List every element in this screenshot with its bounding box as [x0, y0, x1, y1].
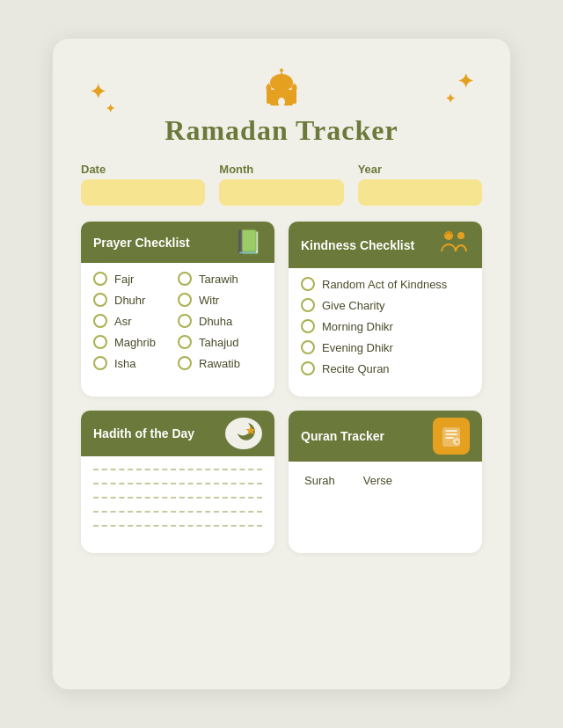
date-label: Date: [81, 163, 205, 176]
list-item: Evening Dhikr: [301, 340, 470, 354]
checkbox-witr[interactable]: [178, 293, 192, 307]
dhuha-label: Dhuha: [199, 315, 232, 328]
kindness-checklist-header: Kindness Checklist: [289, 222, 482, 268]
tahajud-label: Tahajud: [199, 336, 239, 349]
date-input[interactable]: [81, 179, 205, 206]
svg-point-3: [278, 98, 285, 106]
quran-book-icon: ✦: [433, 418, 470, 455]
hadith-line-3: [93, 497, 262, 499]
prayer-col-1: Fajr Dhuhr Asr Maghrib: [93, 272, 178, 377]
year-input[interactable]: [358, 179, 482, 206]
list-item: Morning Dhikr: [301, 319, 470, 333]
quran-sub-labels: Surah Verse: [289, 462, 482, 487]
checkbox-tahajud[interactable]: [178, 335, 192, 349]
rawatib-label: Rawatib: [199, 357, 240, 370]
kindness-checklist-card: Kindness Checklist Random Act of Kindn: [289, 222, 482, 397]
checklist-row: Prayer Checklist 📗 Fajr Dhuhr: [81, 222, 482, 397]
hadith-card: Hadith of the Day: [81, 411, 274, 553]
witr-label: Witr: [199, 294, 219, 307]
svg-point-13: [457, 232, 464, 239]
checkbox-dhuhr[interactable]: [93, 293, 107, 307]
prayer-book-icon: 📗: [234, 229, 262, 256]
hadith-line-4: [93, 511, 262, 513]
sparkle-icon-tr: ✦: [457, 70, 473, 93]
year-label: Year: [358, 163, 482, 176]
isha-label: Isha: [114, 357, 136, 370]
maghrib-label: Maghrib: [114, 336, 156, 349]
kindness-people-icon: [440, 229, 470, 261]
hadith-title: Hadith of the Day: [93, 426, 194, 440]
list-item: Rawatib: [178, 356, 262, 370]
verse-label: Verse: [363, 474, 392, 487]
quran-tracker-card: Quran Tracker ✦ Surah Verse: [289, 411, 482, 553]
evening-dhikr-label: Evening Dhikr: [322, 341, 393, 354]
page-title: Ramadan Tracker: [165, 114, 398, 147]
year-field: Year: [358, 163, 482, 206]
prayer-checklist-header: Prayer Checklist 📗: [81, 222, 274, 263]
checkbox-tarawih[interactable]: [178, 272, 192, 286]
checkbox-dhuha[interactable]: [178, 314, 192, 328]
sparkle-icon-tl2: ✦: [106, 102, 115, 115]
svg-point-11: [280, 69, 283, 72]
hadith-line-1: [93, 469, 262, 470]
month-label: Month: [219, 163, 343, 176]
hadith-line-5: [93, 525, 262, 527]
quran-tracker-header: Quran Tracker ✦: [289, 411, 482, 462]
list-item: Tahajud: [178, 335, 262, 349]
hadith-header: Hadith of the Day: [81, 411, 274, 456]
fajr-label: Fajr: [114, 273, 134, 286]
recite-quran-label: Recite Quran: [322, 362, 390, 375]
checkbox-maghrib[interactable]: [93, 335, 107, 349]
date-field: Date: [81, 163, 205, 206]
checkbox-asr[interactable]: [93, 314, 107, 328]
list-item: Witr: [178, 293, 262, 307]
svg-text:✦: ✦: [455, 440, 459, 445]
surah-label: Surah: [304, 474, 335, 487]
mosque-icon: [259, 63, 304, 113]
prayer-col-2: Tarawih Witr Dhuha Tahajud: [178, 272, 262, 377]
checkbox-rawatib[interactable]: [178, 356, 192, 370]
hadith-lines: [81, 456, 274, 527]
morning-dhikr-label: Morning Dhikr: [322, 320, 393, 333]
list-item: Tarawih: [178, 272, 262, 286]
date-row: Date Month Year: [81, 163, 482, 206]
month-field: Month: [219, 163, 343, 206]
kindness-checklist-title: Kindness Checklist: [301, 238, 414, 252]
ramadan-tracker-page: ✦ ✦ ✦ ✦: [53, 39, 510, 689]
prayer-checklist-title: Prayer Checklist: [93, 236, 190, 250]
quran-tracker-title: Quran Tracker: [301, 429, 384, 443]
list-item: Dhuhr: [93, 293, 178, 307]
moon-star-icon: [225, 418, 262, 449]
prayer-two-col: Fajr Dhuhr Asr Maghrib: [93, 272, 262, 377]
checkbox-recite-quran[interactable]: [301, 361, 315, 375]
dhuhr-label: Dhuhr: [114, 294, 145, 307]
list-item: Give Charity: [301, 298, 470, 312]
checkbox-random-kindness[interactable]: [301, 277, 315, 291]
give-charity-label: Give Charity: [322, 299, 385, 312]
kindness-checklist-items: Random Act of Kindness Give Charity Morn…: [289, 268, 482, 375]
checkbox-evening-dhikr[interactable]: [301, 340, 315, 354]
checkbox-morning-dhikr[interactable]: [301, 319, 315, 333]
bottom-row: Hadith of the Day Quran Tracker: [81, 411, 482, 553]
checkbox-isha[interactable]: [93, 356, 107, 370]
month-input[interactable]: [219, 179, 343, 206]
asr-label: Asr: [114, 315, 132, 328]
checkbox-fajr[interactable]: [93, 272, 107, 286]
list-item: Isha: [93, 356, 178, 370]
sparkle-icon-tr2: ✦: [445, 91, 456, 106]
sparkle-icon-tl: ✦: [90, 81, 106, 104]
list-item: Asr: [93, 314, 178, 328]
random-kindness-label: Random Act of Kindness: [322, 278, 447, 291]
tarawih-label: Tarawih: [199, 273, 238, 286]
checkbox-give-charity[interactable]: [301, 298, 315, 312]
list-item: Random Act of Kindness: [301, 277, 470, 291]
hadith-line-2: [93, 483, 262, 484]
prayer-checklist-card: Prayer Checklist 📗 Fajr Dhuhr: [81, 222, 274, 397]
list-item: Dhuha: [178, 314, 262, 328]
prayer-checklist-items: Fajr Dhuhr Asr Maghrib: [81, 263, 274, 377]
list-item: Fajr: [93, 272, 178, 286]
list-item: Recite Quran: [301, 361, 470, 375]
list-item: Maghrib: [93, 335, 178, 349]
header: ✦ ✦ ✦ ✦: [81, 63, 482, 147]
